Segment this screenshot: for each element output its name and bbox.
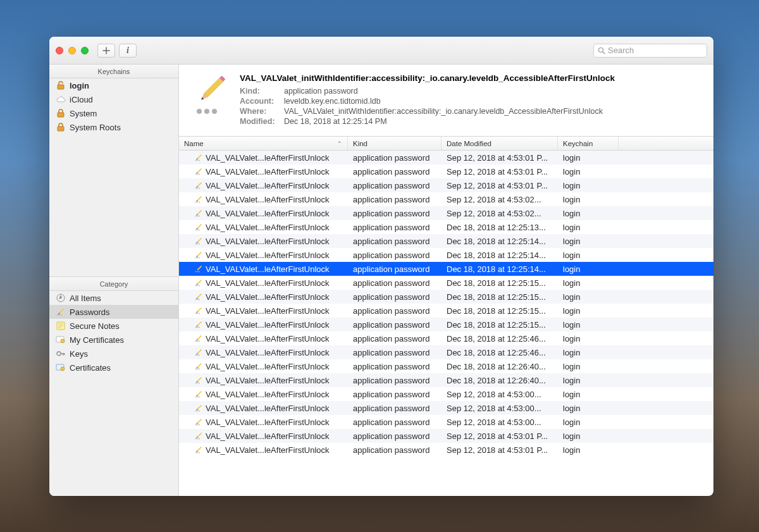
table-row[interactable]: VAL_VALValet...leAfterFirstUnlockapplica…	[179, 373, 713, 387]
cell-keychain: login	[558, 153, 619, 163]
table-row[interactable]: VAL_VALValet...leAfterFirstUnlockapplica…	[179, 248, 713, 262]
svg-point-73	[197, 299, 198, 300]
table-row[interactable]: VAL_VALValet...leAfterFirstUnlockapplica…	[179, 359, 713, 373]
cell-keychain: login	[558, 264, 619, 274]
table-row[interactable]: VAL_VALValet...leAfterFirstUnlockapplica…	[179, 234, 713, 248]
column-name[interactable]: Name⌃	[179, 137, 348, 150]
cell-keychain: login	[558, 390, 619, 399]
cell-keychain: login	[558, 404, 619, 413]
cell-name: VAL_VALValet...leAfterFirstUnlock	[179, 292, 348, 302]
category-item-passwords[interactable]: Passwords	[49, 305, 178, 319]
svg-point-29	[199, 174, 200, 175]
keychain-item-login[interactable]: login	[49, 78, 178, 92]
table-row[interactable]: VAL_VALValet...leAfterFirstUnlockapplica…	[179, 304, 713, 318]
info-button[interactable]: i	[119, 44, 137, 58]
svg-point-33	[197, 188, 198, 189]
plus-icon	[102, 47, 110, 54]
table-row[interactable]: VAL_VALValet...leAfterFirstUnlockapplica…	[179, 262, 713, 276]
table-row[interactable]: VAL_VALValet...leAfterFirstUnlockapplica…	[179, 387, 713, 401]
sidebar-item-label: Certificates	[70, 363, 111, 373]
cell-date: Dec 18, 2018 at 12:26:40...	[441, 362, 558, 371]
cell-date: Sep 12, 2018 at 4:53:02...	[441, 195, 558, 204]
cell-date: Sep 12, 2018 at 4:53:01 P...	[441, 431, 558, 441]
lock-open-icon	[56, 80, 66, 90]
svg-point-13	[57, 352, 61, 356]
search-field-container[interactable]	[593, 44, 707, 58]
column-keychain[interactable]: Keychain	[558, 137, 619, 150]
column-date-modified[interactable]: Date Modified	[441, 137, 558, 150]
compass-icon	[56, 293, 66, 303]
column-kind[interactable]: Kind	[348, 137, 441, 150]
svg-point-107	[195, 397, 197, 398]
table-row[interactable]: VAL_VALValet...leAfterFirstUnlockapplica…	[179, 345, 713, 359]
svg-point-54	[199, 244, 200, 245]
svg-point-22	[195, 160, 197, 161]
traffic-lights	[56, 47, 89, 54]
svg-point-97	[195, 369, 197, 370]
table-row[interactable]: VAL_VALValet...leAfterFirstUnlockapplica…	[179, 415, 713, 429]
cell-name: VAL_VALValet...leAfterFirstUnlock	[179, 404, 348, 413]
category-item-certificates[interactable]: Certificates	[49, 361, 178, 374]
category-item-my-certificates[interactable]: My Certificates	[49, 333, 178, 347]
table-row[interactable]: VAL_VALValet...leAfterFirstUnlockapplica…	[179, 151, 713, 164]
cell-date: Sep 12, 2018 at 4:53:00...	[441, 404, 558, 413]
table-row[interactable]: VAL_VALValet...leAfterFirstUnlockapplica…	[179, 290, 713, 304]
table-row[interactable]: VAL_VALValet...leAfterFirstUnlockapplica…	[179, 220, 713, 234]
category-item-all-items[interactable]: All Items	[49, 291, 178, 305]
cell-name: VAL_VALValet...leAfterFirstUnlock	[179, 264, 348, 274]
svg-point-39	[199, 202, 200, 203]
cell-keychain: login	[558, 209, 619, 218]
cell-name: VAL_VALValet...leAfterFirstUnlock	[179, 223, 348, 232]
svg-point-69	[199, 285, 200, 287]
category-item-secure-notes[interactable]: Secure Notes	[49, 319, 178, 333]
svg-point-84	[199, 327, 200, 328]
table-row[interactable]: VAL_VALValet...leAfterFirstUnlockapplica…	[179, 192, 713, 206]
zoom-window-button[interactable]	[81, 47, 89, 54]
pencil-icon	[56, 307, 66, 317]
svg-point-92	[195, 355, 197, 356]
table-row[interactable]: VAL_VALValet...leAfterFirstUnlockapplica…	[179, 276, 713, 290]
table-row[interactable]: VAL_VALValet...leAfterFirstUnlockapplica…	[179, 443, 713, 457]
add-button[interactable]	[97, 44, 115, 58]
keychain-item-icloud[interactable]: iCloud	[49, 92, 178, 106]
svg-point-102	[195, 383, 197, 384]
detail-account-value: leveldb.key.enc.tidtomid.ldb	[284, 97, 381, 106]
table-row[interactable]: VAL_VALValet...leAfterFirstUnlockapplica…	[179, 429, 713, 443]
svg-point-64	[199, 271, 200, 273]
svg-rect-120	[197, 433, 202, 437]
table-row[interactable]: VAL_VALValet...leAfterFirstUnlockapplica…	[179, 206, 713, 220]
table-row[interactable]: VAL_VALValet...leAfterFirstUnlockapplica…	[179, 331, 713, 345]
cell-kind: application password	[348, 251, 441, 260]
category-header: Category	[49, 277, 178, 291]
titlebar[interactable]: i	[49, 37, 713, 65]
svg-point-83	[197, 327, 198, 328]
cell-date: Dec 18, 2018 at 12:25:15...	[441, 320, 558, 330]
table-row[interactable]: VAL_VALValet...leAfterFirstUnlockapplica…	[179, 318, 713, 331]
svg-point-15	[61, 367, 65, 371]
svg-rect-35	[197, 196, 202, 201]
svg-point-98	[197, 369, 198, 370]
category-item-keys[interactable]: Keys	[49, 347, 178, 361]
sidebar-item-label: Keys	[70, 349, 88, 359]
cell-kind: application password	[348, 431, 441, 441]
keychain-item-system[interactable]: System	[49, 106, 178, 120]
sidebar-item-label: Secure Notes	[70, 321, 120, 331]
cell-kind: application password	[348, 362, 441, 371]
sidebar: Keychains loginiCloudSystemSystem Roots …	[49, 65, 179, 496]
table-row[interactable]: VAL_VALValet...leAfterFirstUnlockapplica…	[179, 164, 713, 178]
svg-rect-90	[197, 349, 202, 354]
search-input[interactable]	[608, 46, 703, 55]
svg-rect-45	[197, 224, 202, 228]
table-row[interactable]: VAL_VALValet...leAfterFirstUnlockapplica…	[179, 401, 713, 415]
svg-point-77	[195, 313, 197, 314]
minimize-window-button[interactable]	[68, 47, 76, 54]
cell-date: Dec 18, 2018 at 12:25:14...	[441, 251, 558, 260]
cell-kind: application password	[348, 195, 441, 204]
cell-date: Dec 18, 2018 at 12:25:14...	[441, 264, 558, 274]
table-row[interactable]: VAL_VALValet...leAfterFirstUnlockapplica…	[179, 178, 713, 192]
cell-keychain: login	[558, 195, 619, 204]
table-rows[interactable]: VAL_VALValet...leAfterFirstUnlockapplica…	[179, 151, 713, 496]
cell-kind: application password	[348, 181, 441, 190]
close-window-button[interactable]	[56, 47, 63, 54]
keychain-item-system-roots[interactable]: System Roots	[49, 120, 178, 134]
